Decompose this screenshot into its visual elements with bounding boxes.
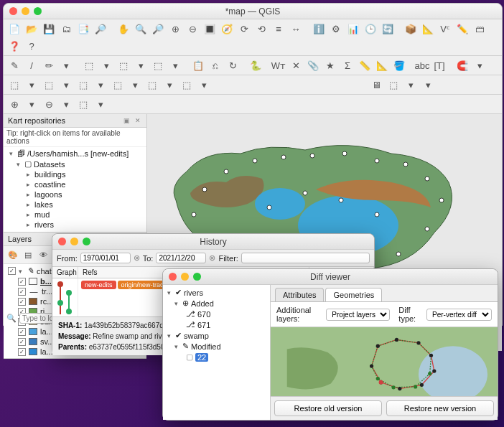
toolbar-button[interactable]: 🔎 (93, 21, 108, 37)
toolbar-button[interactable]: ✋ (116, 21, 131, 37)
clear-from-icon[interactable]: ⊗ (134, 253, 140, 263)
restore-new-button[interactable]: Restore new version (386, 400, 494, 416)
panel-dock-controls-icon[interactable]: ▣ ✕ (123, 117, 142, 124)
toolbar-button[interactable]: 📄 (6, 21, 22, 37)
toolbar-button[interactable]: 🔍 (133, 21, 149, 37)
tab-geometries[interactable]: Geometries (325, 288, 382, 301)
minimize-icon[interactable] (22, 7, 29, 15)
toolbar-button[interactable]: ↔ (288, 21, 304, 37)
toolbar-button[interactable]: ⊖ (41, 96, 57, 112)
toolbar-button[interactable]: ▾ (98, 57, 114, 73)
kart-tree[interactable]: ▾🗐 /Users/hamish...s [new-edits] ▾▢ Data… (4, 147, 146, 232)
close-icon[interactable] (9, 7, 17, 15)
toolbar-button[interactable]: ⬚ (6, 77, 22, 93)
toolbar-button[interactable]: ▾ (24, 96, 39, 112)
checkbox-icon[interactable]: ✓ (8, 267, 16, 275)
from-date-input[interactable] (80, 253, 131, 263)
toolbar-button[interactable]: ✎ (6, 57, 22, 73)
diff-map-canvas[interactable] (271, 327, 498, 396)
ref-chip[interactable]: new-edits (81, 281, 116, 289)
toolbar-button[interactable]: ▾ (133, 57, 149, 73)
toolbar-button[interactable]: ⊕ (167, 21, 183, 37)
additional-layers-select[interactable]: Project layers (326, 309, 390, 321)
toolbar-button[interactable]: 📎 (305, 57, 321, 73)
dataset-item[interactable]: ▸ roads (6, 230, 144, 232)
toolbar-button[interactable]: ⬚ (150, 57, 166, 73)
toolbar-button[interactable]: ⊖ (185, 21, 200, 37)
clear-to-icon[interactable]: ⊗ (209, 253, 215, 263)
toolbar-button[interactable]: ⊕ (6, 96, 22, 112)
toolbar-button[interactable]: [T] (431, 57, 447, 73)
restore-old-button[interactable]: Restore old version (274, 400, 382, 416)
toolbar-button[interactable]: ⬚ (144, 77, 160, 93)
dataset-item[interactable]: ▸ mud (6, 210, 144, 220)
toolbar-button[interactable]: 💾 (41, 21, 57, 37)
tree-item[interactable]: 671 (197, 321, 210, 329)
diff-type-select[interactable]: Per-vertex diff (426, 309, 492, 321)
toolbar-button[interactable]: ⬚ (81, 57, 97, 73)
toolbar-button[interactable]: ▾ (93, 96, 108, 112)
toolbar-button[interactable]: Wᴛ (271, 57, 286, 73)
close-icon[interactable] (169, 273, 177, 281)
checkbox-icon[interactable]: ✓ (18, 338, 26, 346)
toolbar-button[interactable]: ✏️ (454, 21, 470, 37)
toolbar-button[interactable]: 📊 (345, 21, 361, 37)
toolbar-button[interactable]: 🐍 (248, 57, 263, 73)
toolbar-button[interactable]: ▾ (93, 77, 108, 93)
toolbar-button[interactable]: ? (24, 38, 39, 54)
tree-item[interactable]: Added (191, 299, 214, 308)
toolbar-button[interactable]: 🪣 (391, 57, 407, 73)
toolbar-button[interactable]: ▾ (127, 77, 143, 93)
toolbar-button[interactable]: 🕒 (363, 21, 378, 37)
filter-input[interactable] (241, 253, 370, 263)
toolbar-button[interactable]: ▾ (162, 77, 177, 93)
toolbar-button[interactable]: ▾ (403, 77, 419, 93)
toolbar-button[interactable]: 🧲 (454, 57, 470, 73)
toolbar-button[interactable]: ▾ (167, 57, 183, 73)
close-icon[interactable] (58, 238, 66, 245)
toolbar-button[interactable]: 🖥 (368, 77, 384, 93)
toolbar-button[interactable]: ⬚ (75, 77, 91, 93)
toolbar-button[interactable]: Σ (340, 57, 355, 73)
tree-item[interactable]: Modified (191, 342, 221, 351)
toolbar-button[interactable]: ⟳ (236, 21, 252, 37)
tree-item[interactable]: 670 (197, 310, 210, 319)
zoom-icon[interactable] (34, 7, 42, 15)
checkbox-icon[interactable]: ✓ (18, 298, 26, 306)
checkbox-icon[interactable]: ✓ (18, 278, 26, 286)
toolbar-button[interactable]: ▾ (58, 77, 74, 93)
toolbar-button[interactable]: 🧭 (219, 21, 235, 37)
toolbar-button[interactable]: ⬚ (41, 77, 57, 93)
toolbar-button[interactable]: ▾ (420, 77, 436, 93)
toolbar-button[interactable]: ▾ (196, 77, 212, 93)
toolbar-button[interactable]: ≡ (271, 21, 286, 37)
toolbar-button[interactable]: ⬚ (386, 77, 401, 93)
minimize-icon[interactable] (181, 273, 189, 281)
toolbar-button[interactable]: 📑 (75, 21, 91, 37)
toolbar-button[interactable]: ⬚ (116, 57, 131, 73)
toolbar-button[interactable]: 📐 (374, 57, 390, 73)
checkbox-icon[interactable]: ✓ (18, 328, 26, 336)
toolbar-button[interactable]: ⬚ (110, 77, 126, 93)
toolbar-button[interactable]: abc (414, 57, 430, 73)
minimize-icon[interactable] (70, 238, 78, 245)
toolbar-button[interactable]: 🗃 (472, 21, 487, 37)
tree-item-selected[interactable]: 22 (195, 353, 208, 362)
toolbar-button[interactable]: 📋 (190, 57, 206, 73)
toolbar-button[interactable]: 🔳 (202, 21, 218, 37)
toolbar-button[interactable]: 📂 (24, 21, 39, 37)
layer-style-icon[interactable]: 🎨 (6, 248, 19, 261)
dataset-item[interactable]: ▸ lagoons (6, 189, 144, 200)
dataset-item[interactable]: ▸ rivers (6, 220, 144, 230)
toolbar-button[interactable]: 📏 (357, 57, 373, 73)
kart-panel-header[interactable]: Kart repositories ▣ ✕ (4, 114, 146, 128)
toolbar-button[interactable]: ✕ (288, 57, 304, 73)
toolbar-button[interactable]: ▾ (472, 57, 487, 73)
toolbar-button[interactable]: ★ (322, 57, 338, 73)
tab-attributes[interactable]: Attributes (275, 288, 324, 301)
datasets-row[interactable]: ▾▢ Datasets (6, 159, 144, 169)
toolbar-button[interactable]: 📦 (403, 21, 419, 37)
toolbar-button[interactable]: ⎌ (207, 57, 223, 73)
toolbar-button[interactable]: 🗂 (58, 21, 74, 37)
tree-item[interactable]: rivers (184, 288, 203, 297)
